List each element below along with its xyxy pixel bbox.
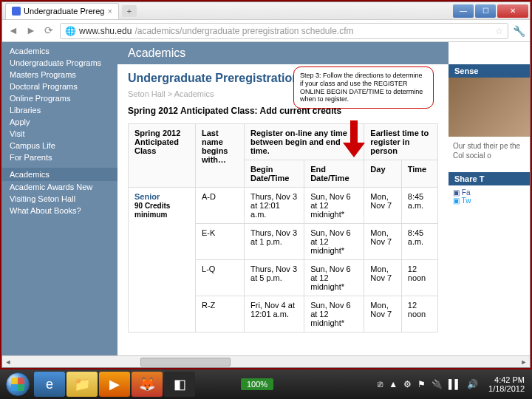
ie-icon[interactable]: e xyxy=(34,372,65,397)
show-hidden-icon[interactable]: ▲ xyxy=(389,379,398,389)
cell-end: Sun, Nov 6 at 12 midnight* xyxy=(304,188,364,224)
close-button[interactable]: ✕ xyxy=(497,4,528,18)
cell-end: Sun, Nov 6 at 12 midnight* xyxy=(304,296,364,332)
share-title: Share T xyxy=(449,172,530,185)
network-icon[interactable]: ▌▌ xyxy=(449,379,461,389)
arrow-icon xyxy=(339,120,369,160)
zoom-indicator[interactable]: 100% xyxy=(241,378,273,390)
cell-day: Mon, Nov 7 xyxy=(364,224,401,260)
twitter-icon[interactable]: ▣ Tw xyxy=(453,197,525,205)
cell-time: 12 noon xyxy=(401,260,437,296)
nav-item[interactable]: Libraries xyxy=(2,104,117,116)
date: 1/18/2012 xyxy=(488,384,525,393)
scroll-thumb[interactable] xyxy=(140,358,231,366)
th-end: End Date/Time xyxy=(304,160,364,188)
nav-item[interactable]: Visit xyxy=(2,128,117,140)
cell-day: Mon, Nov 7 xyxy=(364,260,401,296)
nav-item[interactable]: Academics xyxy=(2,45,117,57)
main-column: Academics Undergraduate Preregistration … xyxy=(117,42,449,355)
sidebar-box-title: Sense xyxy=(449,64,530,78)
taskbar: e 📁 ▶ 🦊 ◧ 100% ⎚ ▲ ⚙ ⚑ 🔌 ▌▌ 🔊 4:42 PM 1/… xyxy=(0,369,532,399)
address-bar: ◄ ► ⟳ 🌐 www.shu.edu /academics/undergrad… xyxy=(2,20,530,42)
tab-close-icon[interactable]: × xyxy=(107,7,112,16)
nav-item[interactable]: Masters Programs xyxy=(2,69,117,81)
tray-icon[interactable]: ⚙ xyxy=(403,379,412,389)
instruction-callout: Step 3: Follow the directions to determi… xyxy=(293,66,434,109)
tray-icon[interactable]: ⎚ xyxy=(378,379,383,389)
th-person: Earliest time to register in person xyxy=(364,124,438,160)
table-row: Senior90 Credits minimum A-D Thurs, Nov … xyxy=(129,188,438,224)
cell-end: Sun, Nov 6 at 12 midnight* xyxy=(304,260,364,296)
maximize-button[interactable]: ☐ xyxy=(475,4,496,18)
firefox-icon[interactable]: 🦊 xyxy=(132,372,163,397)
window-controls: — ☐ ✕ xyxy=(453,4,530,18)
url-domain: www.shu.edu xyxy=(79,26,132,36)
cell-begin: Thurs, Nov 3 at 1 p.m. xyxy=(245,224,304,260)
left-nav: Academics Undergraduate Programs Masters… xyxy=(2,42,117,355)
cell-begin: Thurs, Nov 3 at 5 p.m. xyxy=(245,260,304,296)
nav-item[interactable]: Academic Awards New xyxy=(2,181,117,193)
start-button[interactable] xyxy=(3,371,33,398)
nav-item[interactable]: Online Programs xyxy=(2,92,117,104)
settings-icon[interactable]: 🔧 xyxy=(513,25,525,37)
new-tab-button[interactable]: + xyxy=(122,5,137,17)
action-center-icon[interactable]: ⚑ xyxy=(417,379,426,389)
explorer-icon[interactable]: 📁 xyxy=(66,372,98,397)
page-banner: Academics xyxy=(117,42,449,64)
app-icon[interactable]: ◧ xyxy=(164,372,195,397)
nav-item[interactable]: Apply xyxy=(2,116,117,128)
facebook-icon[interactable]: ▣ Fa xyxy=(453,188,525,197)
media-player-icon[interactable]: ▶ xyxy=(99,372,130,397)
globe-icon: 🌐 xyxy=(65,26,76,36)
back-button[interactable]: ◄ xyxy=(7,24,20,38)
volume-icon[interactable]: 🔊 xyxy=(467,379,478,389)
cell-time: 8:45 a.m. xyxy=(401,224,437,260)
nav-item[interactable]: What About Books? xyxy=(2,205,117,216)
cell-begin: Thurs, Nov 3 at 12:01 a.m. xyxy=(245,188,304,224)
horizontal-scrollbar[interactable]: ◄ ► xyxy=(2,355,530,367)
tab-title: Undergraduate Prereg xyxy=(24,7,104,16)
page-content: Academics Undergraduate Programs Masters… xyxy=(2,42,530,355)
cell-name: R-Z xyxy=(196,296,245,332)
power-icon[interactable]: 🔌 xyxy=(432,379,443,389)
scroll-left-icon[interactable]: ◄ xyxy=(2,358,14,366)
scroll-right-icon[interactable]: ► xyxy=(518,358,530,366)
reload-button[interactable]: ⟳ xyxy=(42,24,55,38)
th-day: Day xyxy=(364,160,401,188)
nav-item[interactable]: For Parents xyxy=(2,151,117,163)
th-lastname: Last name begins with… xyxy=(196,124,245,188)
page-body: Undergraduate Preregistration Schedule S… xyxy=(117,64,449,355)
forward-button[interactable]: ► xyxy=(24,24,38,38)
url-path: /academics/undergraduate preregistration… xyxy=(134,26,353,36)
time: 4:42 PM xyxy=(488,375,525,384)
browser-tab[interactable]: Undergraduate Prereg × xyxy=(5,3,119,19)
th-time: Time xyxy=(401,160,437,188)
cell-day: Mon, Nov 7 xyxy=(364,188,401,224)
bookmark-icon[interactable]: ☆ xyxy=(495,26,503,36)
sidebar-image xyxy=(449,78,530,137)
nav-item[interactable]: Doctoral Programs xyxy=(2,81,117,92)
cell-name: E-K xyxy=(196,224,245,260)
cell-name: L-Q xyxy=(196,260,245,296)
url-input[interactable]: 🌐 www.shu.edu /academics/undergraduate p… xyxy=(60,23,508,39)
favicon xyxy=(12,7,21,16)
nav-item[interactable]: Campus Life xyxy=(2,140,117,151)
cell-name: A-D xyxy=(196,188,245,224)
nav-item[interactable]: Undergraduate Programs xyxy=(2,57,117,69)
system-tray: ⎚ ▲ ⚙ ⚑ 🔌 ▌▌ 🔊 4:42 PM 1/18/2012 xyxy=(378,375,529,393)
titlebar: Undergraduate Prereg × + — ☐ ✕ xyxy=(2,2,530,20)
minimize-button[interactable]: — xyxy=(453,4,474,18)
cell-class: Senior90 Credits minimum xyxy=(129,188,196,332)
right-sidebar: Sense Our stud their pe the Col social o… xyxy=(449,42,530,355)
th-class: Spring 2012 Anticipated Class xyxy=(129,124,196,188)
cell-time: 12 noon xyxy=(401,296,437,332)
th-begin: Begin Date/Time xyxy=(245,160,304,188)
cell-day: Mon, Nov 7 xyxy=(364,296,401,332)
clock[interactable]: 4:42 PM 1/18/2012 xyxy=(484,375,529,393)
browser-window: Undergraduate Prereg × + — ☐ ✕ ◄ ► ⟳ 🌐 w… xyxy=(1,1,531,368)
nav-item[interactable]: Visiting Seton Hall xyxy=(2,193,117,205)
cell-time: 8:45 a.m. xyxy=(401,188,437,224)
cell-end: Sun, Nov 6 at 12 midnight* xyxy=(304,224,364,260)
schedule-table: Spring 2012 Anticipated Class Last name … xyxy=(128,123,438,332)
nav-section: Academics xyxy=(2,168,117,181)
